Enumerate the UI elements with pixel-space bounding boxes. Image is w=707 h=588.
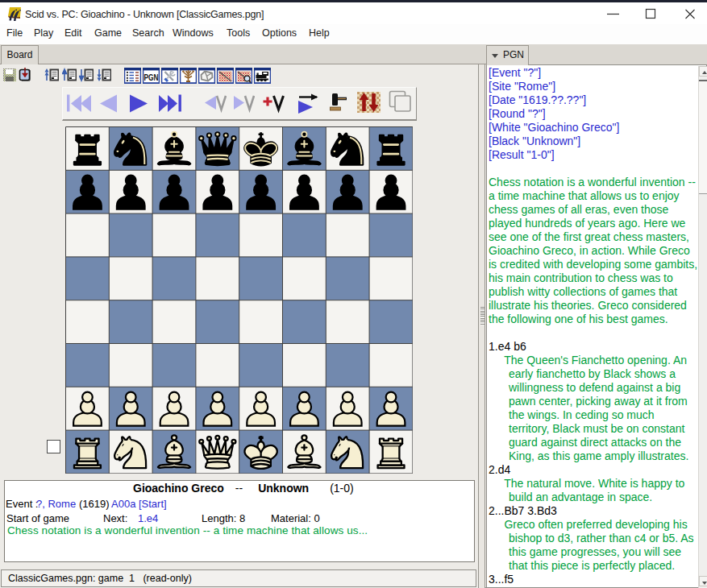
svg-text:PGN: PGN bbox=[143, 72, 158, 82]
